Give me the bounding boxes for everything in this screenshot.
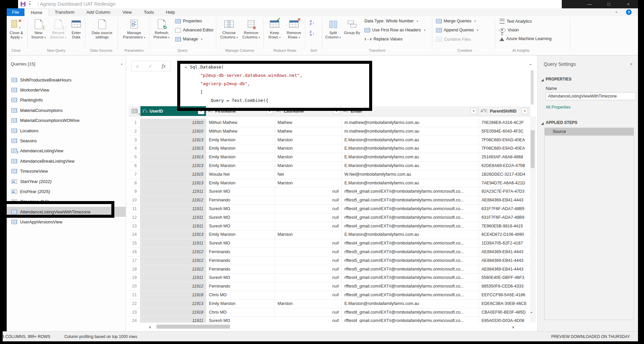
cell[interactable]: W.Nel@rombolafamilyfarms.com.au bbox=[342, 170, 479, 179]
row-number[interactable]: 7 bbox=[129, 170, 140, 179]
cell[interactable]: Mathew bbox=[275, 127, 342, 136]
query-item[interactable]: ShiftProductiveBreakHours bbox=[7, 75, 126, 85]
row-number[interactable]: 10 bbox=[129, 196, 140, 204]
applied-steps-section-header[interactable]: APPLIED STEPS bbox=[541, 120, 577, 125]
cell[interactable]: 11910 bbox=[140, 127, 206, 136]
save-icon[interactable] bbox=[21, 2, 25, 6]
filter-dropdown-icon[interactable]: ▾ bbox=[522, 108, 528, 114]
cell[interactable]: 11910 bbox=[140, 119, 206, 127]
cell[interactable]: 885350F8-CED6-4333 bbox=[479, 282, 530, 291]
cell[interactable]: 11911 bbox=[140, 205, 206, 213]
formula-scrollbar-thumb[interactable] bbox=[531, 70, 534, 105]
new-source-button[interactable]: New Source bbox=[29, 18, 47, 40]
remove-columns-button[interactable]: × Remove Columns bbox=[241, 18, 261, 40]
cell[interactable]: rfftest5_gmail.com#EXT#@rombolafamilyfar… bbox=[342, 196, 479, 204]
row-number[interactable]: 18 bbox=[129, 265, 140, 274]
row-number[interactable]: 1 bbox=[129, 119, 140, 127]
manage-parameters-button[interactable]: Manage Parameters bbox=[120, 18, 148, 40]
cell[interactable]: Suresh MO bbox=[206, 274, 275, 282]
query-name-input[interactable] bbox=[546, 92, 636, 100]
tab-view[interactable]: View bbox=[116, 8, 138, 16]
tab-help[interactable]: Help bbox=[160, 8, 181, 16]
cell[interactable]: 11913 bbox=[140, 136, 206, 144]
cell[interactable]: 251493AF-A6A8-4868 bbox=[479, 153, 530, 161]
cell[interactable]: Ferninando bbox=[206, 196, 275, 204]
manage-button[interactable]: Manage bbox=[175, 37, 202, 41]
cell[interactable]: null bbox=[275, 205, 342, 213]
cell[interactable]: 11915 bbox=[140, 170, 206, 179]
cell[interactable]: null bbox=[275, 213, 342, 222]
cell[interactable]: 1B26DDEC-3217-43D4 bbox=[479, 170, 530, 179]
row-number[interactable]: 6 bbox=[129, 162, 140, 170]
cell[interactable]: rfftest5_gmail.com#EXT#@rombolafamilyfar… bbox=[342, 265, 479, 274]
row-number[interactable]: 3 bbox=[129, 136, 140, 144]
filter-dropdown-icon[interactable]: ▾ bbox=[266, 108, 273, 114]
cell[interactable]: Suresh MO bbox=[206, 317, 275, 323]
column-header-firstname[interactable]: ACFirstName▾ bbox=[206, 106, 275, 116]
cell[interactable]: Suresh MO bbox=[206, 213, 275, 222]
recent-sources-button[interactable]: Recent Sources bbox=[48, 18, 68, 40]
query-item[interactable]: StartYear (2022) bbox=[7, 176, 126, 186]
cell[interactable]: rfftest5_gmail.com#EXT#@rombolafamilyfar… bbox=[342, 256, 479, 265]
row-number[interactable]: 14 bbox=[129, 230, 140, 239]
cell[interactable]: AE884369-EB41-4443 bbox=[479, 265, 530, 274]
cell[interactable]: Nel bbox=[275, 170, 342, 179]
formula-scroll-up-icon[interactable]: ‹ bbox=[528, 64, 533, 65]
cell[interactable]: rfftest4_gmail.com#EXT#@rombolafamilyfar… bbox=[342, 239, 479, 247]
cell[interactable]: Emily Marston bbox=[206, 153, 275, 161]
cell[interactable]: 11911 bbox=[140, 187, 206, 196]
advanced-editor-button[interactable]: Advanced Editor bbox=[175, 28, 214, 32]
cell[interactable]: 11911 bbox=[140, 222, 206, 230]
cell[interactable]: rfftest4_gmail.com#EXT#@rombolafamilyfar… bbox=[342, 317, 479, 323]
cell[interactable]: Ferninando bbox=[206, 248, 275, 256]
cell[interactable]: EEFCCF98-5A5E-4186 bbox=[479, 291, 530, 299]
cell[interactable]: EDE6C3BA-30EB-46CE bbox=[479, 300, 530, 308]
cell[interactable]: rfftest4_gmail.com#EXT#@rombolafamilyfar… bbox=[342, 274, 479, 282]
query-item[interactable]: AttendanceListingView bbox=[7, 146, 126, 156]
grid-horizontal-scrollbar-thumb[interactable] bbox=[156, 325, 230, 329]
row-number[interactable]: 17 bbox=[129, 256, 140, 265]
cell[interactable]: 11913 bbox=[140, 300, 206, 308]
tab-transform[interactable]: Transform bbox=[49, 8, 81, 16]
cell[interactable]: E85A0330-D03A-4D06 bbox=[479, 317, 530, 323]
cell[interactable]: Marston bbox=[275, 162, 342, 170]
sort-descending-button[interactable]: ZA↓ bbox=[310, 30, 314, 36]
close-button[interactable]: × bbox=[619, 0, 638, 8]
queries-panel-collapse-icon[interactable]: ‹ bbox=[121, 61, 122, 66]
keep-rows-button[interactable]: ✓ Keep Rows bbox=[265, 18, 284, 40]
filter-dropdown-icon[interactable]: ▾ bbox=[470, 108, 477, 114]
cell[interactable]: 11913 bbox=[140, 153, 206, 161]
query-item[interactable]: Locations bbox=[7, 126, 126, 136]
cell[interactable]: AE884369-EB41-4443 bbox=[479, 248, 530, 256]
cell[interactable]: 11911 bbox=[140, 317, 206, 323]
data-type-button[interactable]: Data Type: Whole Number bbox=[364, 19, 418, 23]
query-item[interactable]: MaterialConsumptions bbox=[7, 105, 126, 115]
cell[interactable]: Ferninando bbox=[206, 265, 275, 274]
cell[interactable]: E.Marston@rombolafamilyfarms.com.au bbox=[342, 230, 479, 239]
row-number[interactable]: 8 bbox=[129, 179, 140, 187]
cell[interactable]: Marston bbox=[275, 144, 342, 153]
cell[interactable]: 5560E40E-DBFF-46F3 bbox=[479, 274, 530, 282]
row-number[interactable]: 19 bbox=[129, 274, 140, 282]
text-analytics-button[interactable]: Text Analytics bbox=[500, 19, 532, 24]
cell[interactable]: null bbox=[275, 248, 342, 256]
all-properties-link[interactable]: All Properties bbox=[546, 105, 570, 110]
tab-home[interactable]: Home bbox=[24, 8, 49, 16]
query-item[interactable]: UserAppVersionsView bbox=[7, 217, 126, 227]
split-column-button[interactable]: Split Column bbox=[324, 18, 342, 40]
row-number[interactable]: 23 bbox=[129, 308, 140, 317]
cell[interactable]: rfftest5_gmail.com#EXT#@rombolafamilyfar… bbox=[342, 248, 479, 256]
grid-select-all-button[interactable]: ▾ bbox=[129, 106, 140, 116]
filter-dropdown-icon[interactable]: ▾ bbox=[198, 108, 204, 114]
query-item[interactable]: AttendanceBreakListingView bbox=[7, 156, 126, 166]
cell[interactable]: 11912 bbox=[140, 248, 206, 256]
cell[interactable]: AE884369-EB41-4443 bbox=[479, 256, 530, 265]
cell[interactable]: Mithun Mathew bbox=[206, 127, 275, 136]
row-number[interactable]: 21 bbox=[129, 291, 140, 299]
combine-files-button[interactable]: ↓↓Combine Files bbox=[436, 37, 471, 42]
tab-tools[interactable]: Tools bbox=[138, 8, 160, 16]
cell[interactable]: Mathew bbox=[275, 119, 342, 127]
cell[interactable]: Suresh MO bbox=[206, 222, 275, 230]
collapse-ribbon-icon[interactable]: › bbox=[614, 11, 619, 13]
column-header-parentshiftid[interactable]: ABCParentShiftID▾ bbox=[479, 106, 530, 116]
